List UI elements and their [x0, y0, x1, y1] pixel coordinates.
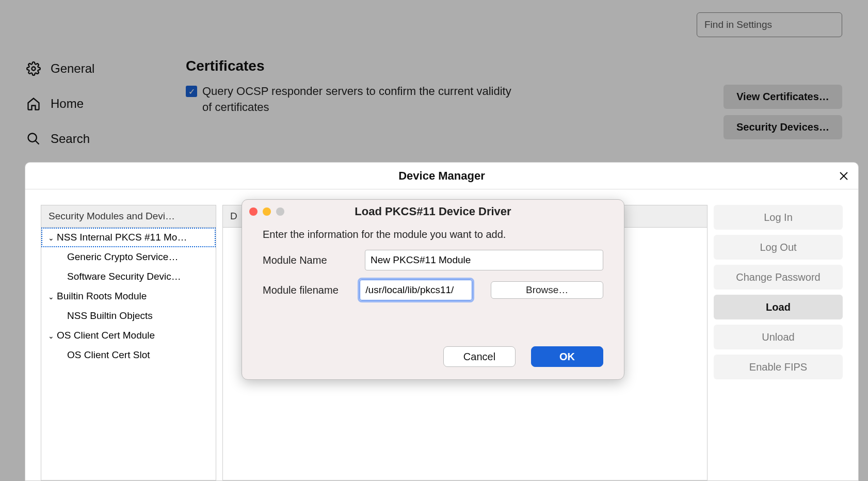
browse-button[interactable]: Browse…: [491, 281, 603, 299]
pkcs-title: Load PKCS#11 Device Driver: [355, 205, 511, 218]
tree-item-label: Generic Crypto Service…: [67, 251, 178, 262]
tree-item-label: NSS Builtin Objects: [67, 310, 153, 321]
tree-item-label: Software Security Devic…: [67, 271, 181, 282]
change-password-button[interactable]: Change Password: [714, 265, 843, 290]
security-modules-tree: Security Modules and Devi… ⌄NSS Internal…: [41, 205, 216, 480]
load-button[interactable]: Load: [714, 295, 843, 319]
device-actions: Log In Log Out Change Password Load Unlo…: [714, 205, 843, 480]
module-name-input[interactable]: [365, 250, 603, 270]
ok-button[interactable]: OK: [531, 346, 603, 367]
login-button[interactable]: Log In: [714, 205, 843, 230]
module-name-label: Module Name: [263, 254, 356, 266]
chevron-down-icon[interactable]: ⌄: [47, 332, 55, 340]
tree-item-label: OS Client Cert Slot: [67, 349, 150, 360]
unload-button[interactable]: Unload: [714, 325, 843, 349]
window-minimize-icon[interactable]: [263, 207, 271, 216]
tree-item-label: OS Client Cert Module: [57, 330, 155, 341]
device-manager-titlebar: Device Manager: [25, 163, 858, 189]
tree-leaf[interactable]: NSS Builtin Objects: [41, 306, 216, 326]
device-manager-title: Device Manager: [398, 169, 485, 183]
window-close-icon[interactable]: [249, 207, 258, 216]
tree-leaf[interactable]: Generic Crypto Service…: [41, 247, 216, 267]
tree-item-label: NSS Internal PKCS #11 Mo…: [57, 232, 187, 243]
module-filename-input[interactable]: [360, 280, 472, 300]
tree-leaf[interactable]: Software Security Devic…: [41, 267, 216, 286]
module-filename-label: Module filename: [263, 284, 350, 296]
enable-fips-button[interactable]: Enable FIPS: [714, 355, 843, 379]
tree-branch[interactable]: ⌄NSS Internal PKCS #11 Mo…: [41, 228, 216, 247]
tree-branch[interactable]: ⌄OS Client Cert Module: [41, 326, 216, 345]
pkcs-titlebar: Load PKCS#11 Device Driver: [242, 200, 624, 223]
tree-branch[interactable]: ⌄Builtin Roots Module: [41, 286, 216, 306]
load-pkcs11-dialog: Load PKCS#11 Device Driver Enter the inf…: [242, 199, 624, 380]
chevron-down-icon[interactable]: ⌄: [47, 234, 55, 242]
window-zoom-icon: [276, 207, 284, 216]
tree-leaf[interactable]: OS Client Cert Slot: [41, 345, 216, 365]
window-controls: [249, 207, 284, 216]
tree-item-label: Builtin Roots Module: [57, 291, 147, 301]
tree-header: Security Modules and Devi…: [41, 205, 216, 228]
logout-button[interactable]: Log Out: [714, 235, 843, 260]
close-icon[interactable]: [839, 171, 849, 181]
chevron-down-icon[interactable]: ⌄: [47, 293, 55, 301]
pkcs-instruction: Enter the information for the module you…: [263, 229, 603, 241]
cancel-button[interactable]: Cancel: [443, 346, 516, 367]
